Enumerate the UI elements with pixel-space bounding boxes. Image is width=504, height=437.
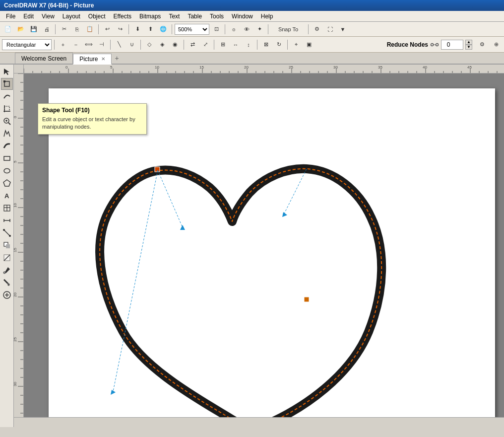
new-btn[interactable]: 📄 bbox=[2, 24, 14, 35]
add-node-btn[interactable]: + bbox=[57, 39, 69, 51]
menu-bar: File Edit View Layout Object Effects Bit… bbox=[0, 11, 504, 22]
tab-picture[interactable]: Picture ✕ bbox=[73, 54, 111, 65]
reverse-btn[interactable]: ⇄ bbox=[187, 39, 198, 51]
smooth-btn[interactable]: ◈ bbox=[156, 39, 168, 51]
publish-btn[interactable]: 🌐 bbox=[157, 24, 169, 35]
menu-window[interactable]: Window bbox=[228, 12, 257, 21]
snap-view-btn[interactable]: 👁 bbox=[241, 24, 252, 35]
svg-text:25: 25 bbox=[289, 65, 293, 70]
options-btn[interactable]: ⚙ bbox=[311, 24, 323, 35]
menu-table[interactable]: Table bbox=[184, 12, 206, 21]
select-all-btn[interactable]: ▣ bbox=[303, 39, 315, 51]
add-content-btn[interactable] bbox=[1, 289, 13, 301]
shape-type-select[interactable]: Rectangular Round Cusp bbox=[2, 39, 52, 50]
menu-file[interactable]: File bbox=[2, 12, 19, 21]
cusp-btn[interactable]: ◇ bbox=[143, 39, 155, 51]
tab-add-btn[interactable]: + bbox=[112, 53, 123, 64]
import-btn[interactable]: ⬇ bbox=[131, 24, 143, 35]
del-node-btn[interactable]: − bbox=[70, 39, 82, 51]
spin-down[interactable]: ▼ bbox=[465, 45, 472, 50]
svg-line-128 bbox=[8, 123, 10, 125]
menu-text[interactable]: Text bbox=[165, 12, 184, 21]
rotate-btn[interactable]: ↻ bbox=[273, 39, 285, 51]
text-tool-btn[interactable]: A bbox=[1, 190, 13, 202]
tab-welcome[interactable]: Welcome Screen bbox=[15, 53, 73, 64]
shape-tool-btn[interactable] bbox=[1, 78, 13, 90]
menu-layout[interactable]: Layout bbox=[59, 12, 84, 21]
sep3 bbox=[128, 24, 129, 34]
sep2 bbox=[98, 24, 99, 34]
save-btn[interactable]: 💾 bbox=[28, 24, 40, 35]
shadow-tool-btn[interactable] bbox=[1, 239, 13, 251]
sep-n1 bbox=[54, 40, 55, 50]
smear-tool-btn[interactable] bbox=[1, 90, 13, 102]
table-tool-btn[interactable] bbox=[1, 202, 13, 214]
snap-nodes-btn[interactable]: ⌖ bbox=[290, 39, 302, 51]
symm-btn[interactable]: ◉ bbox=[169, 39, 181, 51]
open-btn[interactable]: 📂 bbox=[15, 24, 27, 35]
ruler-horizontal: // Will be drawn via JS below 0510152025… bbox=[24, 65, 504, 73]
canvas bbox=[49, 88, 495, 417]
svg-text:40: 40 bbox=[423, 65, 427, 70]
redo-btn[interactable]: ↪ bbox=[114, 24, 126, 35]
fill-tool-btn[interactable] bbox=[1, 277, 13, 289]
cut-btn[interactable]: ✂ bbox=[58, 24, 70, 35]
spin-up[interactable]: ▲ bbox=[465, 40, 472, 45]
svg-text:15: 15 bbox=[14, 248, 17, 252]
h-reflect-btn[interactable]: ↔ bbox=[230, 39, 242, 51]
svg-text:10: 10 bbox=[155, 65, 159, 70]
curve-btn[interactable]: ∪ bbox=[126, 39, 138, 51]
ellipse-tool-btn[interactable] bbox=[1, 165, 13, 177]
menu-bitmaps[interactable]: Bitmaps bbox=[135, 12, 165, 21]
svg-point-132 bbox=[4, 169, 10, 173]
artmedia-tool-btn[interactable] bbox=[1, 140, 13, 152]
undo-btn[interactable]: ↩ bbox=[101, 24, 113, 35]
more-btn[interactable]: ▼ bbox=[337, 24, 349, 35]
title-text: CorelDRAW X7 (64-Bit) - Picture bbox=[4, 2, 94, 9]
tab-welcome-label: Welcome Screen bbox=[21, 55, 66, 62]
pick-tool-btn[interactable] bbox=[1, 66, 13, 77]
dimension-tool-btn[interactable] bbox=[1, 215, 13, 226]
reduce-nodes-input[interactable] bbox=[441, 40, 463, 50]
fullscreen-btn[interactable]: ⛶ bbox=[324, 24, 336, 35]
transparency-tool-btn[interactable] bbox=[1, 252, 13, 264]
shape-tool-tooltip: Shape Tool (F10) Edit a curve object or … bbox=[38, 103, 147, 135]
elastic-btn[interactable]: ⤢ bbox=[199, 39, 211, 51]
freehand-tool-btn[interactable] bbox=[1, 128, 13, 140]
polygon-tool-btn[interactable] bbox=[1, 177, 13, 189]
crop-tool-btn[interactable] bbox=[1, 103, 13, 115]
menu-tools[interactable]: Tools bbox=[206, 12, 228, 21]
close-path-btn[interactable]: ⊕ bbox=[490, 39, 502, 51]
zoom-select[interactable]: 500% 200% 100% 75% 50% bbox=[175, 24, 209, 35]
v-reflect-btn[interactable]: ↕ bbox=[243, 39, 254, 51]
reduce-nodes-extra[interactable]: ⚙ bbox=[476, 39, 488, 51]
snap-extra-btn[interactable]: ✦ bbox=[253, 24, 265, 35]
align-nodes-btn[interactable]: ⊞ bbox=[217, 39, 229, 51]
menu-view[interactable]: View bbox=[38, 12, 59, 21]
copy-btn[interactable]: ⎘ bbox=[71, 24, 83, 35]
paste-btn[interactable]: 📋 bbox=[84, 24, 96, 35]
line-btn[interactable]: ╲ bbox=[113, 39, 125, 51]
connector-tool-btn[interactable] bbox=[1, 227, 13, 239]
svg-text:20: 20 bbox=[244, 65, 249, 70]
menu-effects[interactable]: Effects bbox=[110, 12, 135, 21]
snap-mirror-btn[interactable]: ⌾ bbox=[228, 24, 240, 35]
zoom-ext-btn[interactable]: ⊡ bbox=[210, 24, 222, 35]
snap-to-btn[interactable]: Snap To bbox=[271, 24, 306, 35]
svg-rect-151 bbox=[155, 167, 160, 172]
break-node-btn[interactable]: ⊣ bbox=[96, 39, 108, 51]
tab-close-icon[interactable]: ✕ bbox=[101, 56, 105, 62]
menu-object[interactable]: Object bbox=[84, 12, 110, 21]
zoom-tool-btn[interactable] bbox=[1, 115, 13, 127]
svg-marker-121 bbox=[4, 69, 9, 75]
export-btn[interactable]: ⬆ bbox=[144, 24, 156, 35]
menu-help[interactable]: Help bbox=[257, 12, 277, 21]
menu-edit[interactable]: Edit bbox=[19, 12, 38, 21]
stretch-btn[interactable]: ⊠ bbox=[260, 39, 272, 51]
sep-n3 bbox=[140, 40, 141, 50]
reduce-nodes-spinner: ▲ ▼ bbox=[465, 40, 472, 50]
print-btn[interactable]: 🖨 bbox=[41, 24, 53, 35]
rect-tool-btn[interactable] bbox=[1, 152, 13, 164]
join-node-btn[interactable]: ⟺ bbox=[83, 39, 95, 51]
eyedropper-tool-btn[interactable] bbox=[1, 264, 13, 276]
